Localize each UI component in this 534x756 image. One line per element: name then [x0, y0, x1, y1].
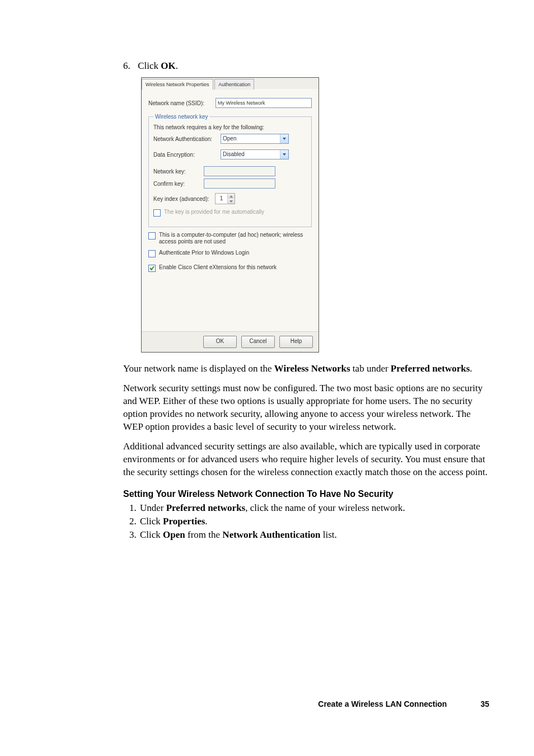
dialog-tabstrip: Wireless Network Properties Authenticati… [142, 78, 318, 89]
wireless-properties-dialog: Wireless Network Properties Authenticati… [141, 77, 319, 353]
cisco-option[interactable]: Enable Cisco Client eXtensions for this … [148, 264, 312, 272]
step-6-number: 6. [123, 60, 135, 72]
svg-marker-0 [283, 138, 286, 140]
dialog-buttonbar: OK Cancel Help [142, 331, 318, 352]
checkbox-checked-icon [148, 265, 156, 272]
paragraph-2: Network security settings must now be co… [123, 382, 489, 434]
enc-label: Data Encryption: [153, 152, 221, 158]
chevron-down-icon [280, 150, 288, 159]
auth-combo[interactable]: Open [221, 134, 289, 144]
autokey-label: The key is provided for me automatically [164, 209, 264, 215]
ok-button[interactable]: OK [203, 336, 237, 348]
paragraph-3: Additional advanced security settings ar… [123, 440, 489, 479]
step-1: Under Preferred networks, click the name… [139, 503, 489, 514]
help-button[interactable]: Help [279, 336, 313, 348]
tab-wireless-properties[interactable]: Wireless Network Properties [142, 79, 213, 90]
spinner-up-icon[interactable] [228, 194, 235, 199]
confirm-key-input[interactable] [204, 179, 275, 189]
network-key-label: Network key: [153, 168, 204, 175]
checkbox-icon [148, 232, 156, 240]
footer-title: Create a Wireless LAN Connection [318, 699, 447, 708]
confirm-key-label: Confirm key: [153, 181, 204, 187]
svg-marker-1 [283, 153, 286, 156]
step-6: 6. Click OK. [123, 60, 489, 72]
key-index-label: Key index (advanced): [153, 196, 215, 202]
cisco-label: Enable Cisco Client eXtensions for this … [159, 264, 277, 271]
step-6-before: Click [138, 60, 161, 71]
key-index-value: 1 [216, 194, 227, 204]
enc-combo-value: Disabled [221, 150, 280, 159]
chevron-down-icon [280, 134, 288, 143]
cancel-button[interactable]: Cancel [241, 336, 275, 348]
step-6-bold: OK [161, 60, 175, 71]
step-3: Click Open from the Network Authenticati… [139, 529, 489, 541]
auth-combo-value: Open [221, 134, 280, 143]
requires-text: This network requires a key for the foll… [153, 124, 307, 130]
checkbox-icon [148, 250, 156, 257]
prewin-option[interactable]: Authenticate Prior to Windows Login [148, 250, 312, 257]
fieldset-legend: Wireless network key [153, 114, 209, 120]
checkbox-icon [153, 209, 161, 217]
ssid-label: Network name (SSID): [148, 100, 216, 106]
section-subheading: Setting Your Wireless Network Connection… [123, 489, 489, 499]
network-key-input[interactable] [204, 166, 275, 176]
adhoc-label: This is a computer-to-computer (ad hoc) … [159, 232, 312, 245]
svg-marker-3 [229, 200, 233, 203]
autokey-option: The key is provided for me automatically [153, 209, 307, 217]
footer-page-number: 35 [480, 699, 489, 708]
svg-marker-2 [229, 195, 233, 198]
prewin-label: Authenticate Prior to Windows Login [159, 250, 249, 256]
spinner-down-icon[interactable] [228, 199, 235, 204]
page-footer: Create a Wireless LAN Connection 35 [123, 699, 489, 708]
auth-label: Network Authentication: [153, 136, 221, 142]
tab-authentication[interactable]: Authentication [214, 79, 254, 90]
step-6-after: . [176, 60, 178, 71]
key-index-spinner[interactable]: 1 [215, 193, 235, 204]
step-2: Click Properties. [139, 516, 489, 527]
wireless-network-key-fieldset: Wireless network key This network requir… [148, 114, 312, 227]
adhoc-option[interactable]: This is a computer-to-computer (ad hoc) … [148, 232, 312, 245]
paragraph-1: Your network name is displayed on the Wi… [123, 363, 489, 375]
enc-combo[interactable]: Disabled [221, 149, 289, 159]
ssid-input[interactable]: My Wireless Network [216, 98, 312, 108]
steps-list: Under Preferred networks, click the name… [123, 503, 489, 541]
